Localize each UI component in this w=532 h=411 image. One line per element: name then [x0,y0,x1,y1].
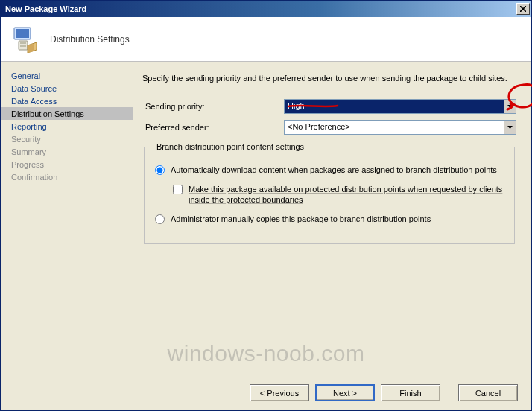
chevron-down-icon [507,126,513,129]
content-area: Specify the sending priority and the pre… [133,62,531,375]
preferred-sender-value: <No Preference> [285,121,504,134]
svg-rect-3 [20,42,26,44]
sending-priority-label: Sending priority: [142,102,284,111]
preferred-sender-select[interactable]: <No Preference> [284,120,516,135]
cancel-button[interactable]: Cancel [458,384,518,401]
auto-download-label: Automatically download content when pack… [171,165,497,175]
close-icon [520,6,526,12]
sidebar-item-confirmation[interactable]: Confirmation [1,171,133,183]
titlebar: New Package Wizard [1,1,531,17]
sidebar-item-progress[interactable]: Progress [1,158,133,171]
sending-priority-value: High [285,100,504,113]
protected-label: Make this package available on protected… [189,184,505,205]
wizard-header: Distribution Settings [1,17,531,62]
window-title: New Package Wizard [5,4,516,13]
auto-download-radio[interactable] [155,165,165,175]
preferred-sender-row: Preferred sender: <No Preference> [142,120,516,135]
manual-copy-radio[interactable] [155,214,165,224]
radio-auto-row: Automatically download content when pack… [153,165,505,175]
sidebar-item-summary[interactable]: Summary [1,145,133,158]
finish-button[interactable]: Finish [381,384,440,401]
sending-priority-dropdown-button[interactable] [504,100,516,113]
chevron-down-icon [507,105,513,108]
preferred-sender-dropdown-button[interactable] [504,121,516,134]
manual-copy-label: Administrator manually copies this packa… [171,214,431,224]
close-button[interactable] [516,3,530,15]
branch-distribution-group: Branch distribution point content settin… [144,142,515,244]
preferred-sender-label: Preferred sender: [142,123,284,132]
sidebar-item-data-access[interactable]: Data Access [1,95,133,107]
previous-button[interactable]: < Previous [250,384,309,401]
next-button[interactable]: Next > [315,384,375,401]
wizard-window: New Package Wizard Distribution Settings [0,0,532,411]
package-computer-icon [10,25,39,54]
instruction-text: Specify the sending priority and the pre… [142,74,516,83]
protected-check-row: Make this package available on protected… [171,184,505,205]
wizard-body: General Data Source Data Access Distribu… [1,62,531,375]
protected-checkbox[interactable] [173,185,183,194]
sidebar-item-general[interactable]: General [1,69,133,82]
page-title: Distribution Settings [50,34,130,45]
wizard-footer: < Previous Next > Finish Cancel [1,375,531,410]
group-legend: Branch distribution point content settin… [153,142,307,151]
wizard-sidebar: General Data Source Data Access Distribu… [1,62,133,375]
sending-priority-row: Sending priority: High [142,99,516,114]
sending-priority-select[interactable]: High [284,99,516,114]
radio-manual-row: Administrator manually copies this packa… [153,214,505,224]
sidebar-item-data-source[interactable]: Data Source [1,82,133,95]
sidebar-item-distribution-settings[interactable]: Distribution Settings [1,107,133,120]
sidebar-item-reporting[interactable]: Reporting [1,120,133,133]
svg-rect-4 [20,45,26,47]
svg-rect-1 [16,29,29,38]
sidebar-item-security[interactable]: Security [1,133,133,145]
